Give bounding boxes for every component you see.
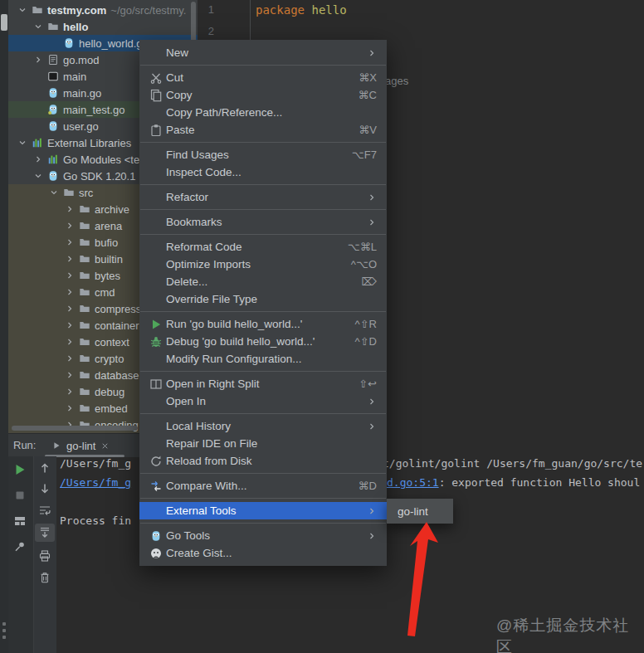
chevron-down-icon[interactable] <box>31 20 46 33</box>
folder-icon <box>77 402 92 415</box>
menu-shortcut: ⌘C <box>359 89 377 101</box>
chevron-right-icon[interactable] <box>62 368 77 382</box>
menu-item-optimize-imports[interactable]: Optimize Imports^⌥O <box>139 256 387 273</box>
menu-item-modify-run-configuration[interactable]: Modify Run Configuration... <box>139 350 387 368</box>
menu-item-label: Delete... <box>166 275 207 288</box>
menu-item-go-tools[interactable]: Go Tools <box>139 527 387 544</box>
console-file-link[interactable]: /Users/fm_g <box>60 476 131 489</box>
menu-item-label: Repair IDE on File <box>166 437 257 450</box>
menu-item-new[interactable]: New <box>139 44 387 61</box>
menu-item-open-in-right-split[interactable]: Open in Right Split⇧↩ <box>139 375 387 392</box>
console-process-status: Process fin <box>60 514 131 527</box>
menu-item-label: New <box>166 46 188 59</box>
menu-item-create-gist[interactable]: Create Gist... <box>139 544 387 562</box>
menu-item-refactor[interactable]: Refactor <box>139 188 387 206</box>
menu-item-bookmarks[interactable]: Bookmarks <box>139 213 387 231</box>
chevron-right-icon[interactable] <box>62 302 77 315</box>
tool-window-button[interactable] <box>1 14 7 31</box>
menu-item-label: External Tools <box>166 504 237 517</box>
menu-shortcut: ⌘V <box>359 124 377 136</box>
split-icon <box>148 378 164 391</box>
annotation-arrow <box>378 490 477 653</box>
chevron-right-icon[interactable] <box>62 236 77 249</box>
menu-item-copy[interactable]: Copy⌘C <box>139 86 387 104</box>
icon-spacer <box>148 46 164 60</box>
chevron-right-icon[interactable] <box>62 319 77 332</box>
console-file-link[interactable]: d.go:5:1 <box>387 476 439 489</box>
menu-item-label: Debug 'go build hello_world...' <box>166 335 315 348</box>
chevron-right-icon[interactable] <box>62 335 77 348</box>
chevron-spacer <box>31 119 46 133</box>
chevron-right-icon[interactable] <box>62 402 77 415</box>
chevron-right-icon[interactable] <box>62 385 77 398</box>
menu-item-label: Bookmarks <box>166 216 222 228</box>
chevron-right-icon[interactable] <box>62 219 77 232</box>
menu-item-label: Modify Run Configuration... <box>166 353 302 365</box>
menu-item-local-history[interactable]: Local History <box>139 417 387 435</box>
layout-button[interactable] <box>13 514 27 528</box>
tree-item-hello[interactable]: hello <box>8 18 198 35</box>
menu-item-copy-path-reference[interactable]: Copy Path/Reference... <box>139 104 387 121</box>
menu-item-open-in[interactable]: Open In <box>139 392 387 410</box>
chevron-right-icon[interactable] <box>62 285 77 299</box>
chevron-right-icon[interactable] <box>31 153 46 166</box>
chevron-right-icon[interactable] <box>62 202 77 216</box>
menu-shortcut: ^⇧D <box>355 335 377 348</box>
folder-icon <box>77 219 92 232</box>
gomod-icon <box>46 53 61 66</box>
pin-button[interactable] <box>13 540 27 553</box>
menu-item-repair-ide-on-file[interactable]: Repair IDE on File <box>139 435 387 452</box>
exe-icon <box>46 70 61 83</box>
menu-item-run-go-build-hello-world[interactable]: Run 'go build hello_world...'^⇧R <box>139 315 387 333</box>
up-button[interactable] <box>38 461 51 475</box>
tree-item-label: main_test.go <box>63 104 124 116</box>
icon-spacer <box>148 275 164 289</box>
debug-icon <box>148 335 164 348</box>
copy-icon <box>148 89 164 102</box>
gopher-test-icon <box>46 103 61 116</box>
menu-item-debug-go-build-hello-world[interactable]: Debug 'go build hello_world...'^⇧D <box>139 333 387 350</box>
softwrap-button[interactable] <box>38 504 51 517</box>
editor-code-line: package hello <box>256 3 347 17</box>
menu-item-external-tools[interactable]: External Tools <box>139 502 387 519</box>
run-tab-go-lint[interactable]: go-lint <box>46 436 115 456</box>
tree-item-testmy-com[interactable]: testmy.com~/go/src/testmy. <box>8 2 198 18</box>
scroll-end-button[interactable] <box>38 526 51 539</box>
tree-item-label: Go SDK 1.20.1 <box>63 170 135 183</box>
menu-separator <box>140 311 386 312</box>
run-toolbar <box>8 456 34 653</box>
menu-item-inspect-code[interactable]: Inspect Code... <box>139 163 387 181</box>
close-tab-icon[interactable] <box>100 441 110 451</box>
tree-item-label: crypto <box>95 353 124 365</box>
code-package-name: hello <box>311 3 346 17</box>
chevron-down-icon[interactable] <box>31 169 46 183</box>
menu-item-paste[interactable]: Paste⌘V <box>139 121 387 139</box>
stop-button[interactable] <box>13 489 27 502</box>
menu-item-compare-with[interactable]: Compare With...⌘D <box>139 477 387 495</box>
menu-item-find-usages[interactable]: Find Usages⌥F7 <box>139 146 387 163</box>
menu-separator <box>140 523 386 524</box>
tree-horizontal-scrollbar[interactable] <box>12 426 138 431</box>
rerun-button[interactable] <box>13 463 27 476</box>
submenu-arrow-icon <box>367 531 377 541</box>
trash-button[interactable] <box>38 571 51 584</box>
menu-item-delete[interactable]: Delete...⌦ <box>139 273 387 290</box>
tree-item-label: bytes <box>95 270 120 282</box>
menu-item-cut[interactable]: Cut⌘X <box>139 69 387 86</box>
menu-item-reformat-code[interactable]: Reformat Code⌥⌘L <box>139 238 387 256</box>
menu-item-override-file-type[interactable]: Override File Type <box>139 290 387 308</box>
menu-item-label: Reformat Code <box>166 241 242 253</box>
gopher-icon <box>61 37 76 50</box>
chevron-right-icon[interactable] <box>62 352 77 365</box>
menu-item-label: Cut <box>166 71 183 84</box>
chevron-right-icon[interactable] <box>62 252 77 266</box>
chevron-right-icon[interactable] <box>31 53 46 66</box>
menu-item-reload-from-disk[interactable]: Reload from Disk <box>139 452 387 470</box>
icon-spacer <box>148 216 164 229</box>
chevron-down-icon[interactable] <box>46 186 61 199</box>
down-button[interactable] <box>38 482 51 495</box>
chevron-down-icon[interactable] <box>15 3 30 17</box>
chevron-right-icon[interactable] <box>62 269 77 282</box>
chevron-down-icon[interactable] <box>15 136 30 149</box>
printer-button[interactable] <box>38 549 51 563</box>
